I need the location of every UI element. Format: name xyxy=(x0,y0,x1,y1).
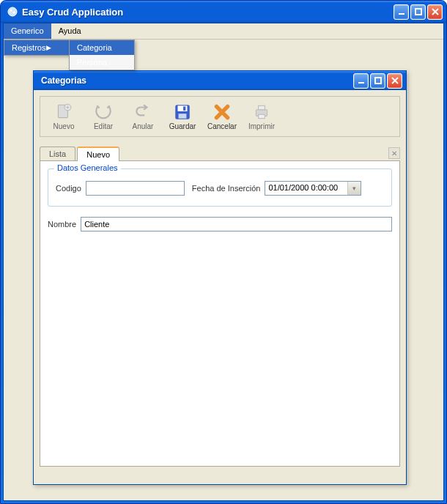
minimize-button[interactable] xyxy=(394,4,409,20)
app-title: Easy Crud Application xyxy=(22,7,394,18)
svg-point-1 xyxy=(10,10,12,12)
fieldset-datos-generales: Datos Generales Codigo Fecha de Inserció… xyxy=(48,168,392,207)
codigo-input[interactable] xyxy=(86,181,185,196)
tabpage-nuevo: Datos Generales Codigo Fecha de Inserció… xyxy=(40,160,400,467)
svg-rect-5 xyxy=(358,82,364,84)
codigo-label: Codigo xyxy=(56,184,81,193)
svg-rect-10 xyxy=(178,105,188,111)
svg-rect-3 xyxy=(399,13,404,15)
submenu-categoria-label: Categoria xyxy=(77,43,112,52)
menu-registros[interactable]: Registros ▶ Categoria Persona xyxy=(4,40,69,55)
main-window-buttons xyxy=(394,4,443,20)
fieldset-legend: Datos Generales xyxy=(54,163,121,172)
undo-icon xyxy=(133,103,152,122)
toolbar-anular[interactable]: Anular xyxy=(125,103,160,130)
main-titlebar[interactable]: Easy Crud Application xyxy=(1,1,446,23)
child-maximize-button[interactable] xyxy=(370,73,385,89)
svg-point-0 xyxy=(8,7,17,16)
toolbar-editar[interactable]: Editar xyxy=(86,103,121,130)
submenu-categoria[interactable]: Categoria xyxy=(70,40,134,55)
new-icon xyxy=(54,103,73,122)
chevron-down-icon[interactable]: ▾ xyxy=(347,182,361,195)
toolbar-guardar-label: Guardar xyxy=(169,122,196,130)
tab-close-button[interactable]: ✕ xyxy=(388,147,400,159)
svg-rect-11 xyxy=(179,114,187,119)
svg-rect-6 xyxy=(375,78,381,84)
submenu-persona[interactable]: Persona xyxy=(70,55,134,70)
save-icon xyxy=(173,103,192,122)
close-button[interactable] xyxy=(427,4,443,20)
svg-rect-4 xyxy=(415,9,421,15)
toolbar-guardar[interactable]: Guardar xyxy=(165,103,200,130)
toolbar-cancelar[interactable]: Cancelar xyxy=(204,103,240,130)
toolbar: Nuevo Editar Anular xyxy=(40,96,400,137)
tabstrip: Lista Nuevo ✕ xyxy=(40,144,400,160)
child-title: Categorias xyxy=(41,75,353,86)
tab-nuevo[interactable]: Nuevo xyxy=(77,147,119,161)
child-window-categorias: Categorias Nuevo xyxy=(33,70,407,485)
toolbar-imprimir[interactable]: Imprimir xyxy=(244,103,279,130)
fecha-datetimepicker[interactable]: 01/01/2000 0:00:00 ▾ xyxy=(265,181,361,196)
child-window-buttons xyxy=(353,73,402,89)
cancel-icon xyxy=(213,103,232,122)
app-icon xyxy=(7,6,18,18)
tab-lista[interactable]: Lista xyxy=(40,147,75,160)
nombre-input[interactable] xyxy=(81,217,392,231)
menu-generico[interactable]: Generico xyxy=(4,23,51,39)
child-body: Nuevo Editar Anular xyxy=(40,96,400,478)
child-minimize-button[interactable] xyxy=(353,73,369,89)
menubar: Generico Ayuda Registros ▶ Categoria Per… xyxy=(4,23,443,40)
toolbar-nuevo-label: Nuevo xyxy=(53,122,75,130)
edit-icon xyxy=(94,103,113,122)
toolbar-editar-label: Editar xyxy=(94,122,113,130)
menu-registros-label: Registros xyxy=(12,43,45,52)
child-close-button[interactable] xyxy=(387,73,402,89)
chevron-right-icon: ▶ xyxy=(46,44,51,51)
svg-rect-14 xyxy=(259,105,265,109)
main-window: Easy Crud Application Generico Ayuda Reg… xyxy=(0,0,447,504)
menu-generico-dropdown: Registros ▶ Categoria Persona xyxy=(4,40,70,56)
child-titlebar[interactable]: Categorias xyxy=(34,71,406,90)
client-area: Generico Ayuda Registros ▶ Categoria Per… xyxy=(3,23,444,501)
menu-ayuda[interactable]: Ayuda xyxy=(51,23,89,39)
toolbar-cancelar-label: Cancelar xyxy=(207,122,237,130)
toolbar-nuevo[interactable]: Nuevo xyxy=(46,103,81,130)
fecha-value: 01/01/2000 0:00:00 xyxy=(265,182,347,195)
toolbar-anular-label: Anular xyxy=(133,122,154,130)
nombre-label: Nombre xyxy=(48,220,76,229)
print-icon xyxy=(252,103,271,122)
fecha-label: Fecha de Inserción xyxy=(192,184,261,193)
nombre-row: Nombre xyxy=(48,217,392,231)
submenu-persona-label: Persona xyxy=(77,58,107,67)
svg-rect-15 xyxy=(259,114,265,118)
svg-rect-12 xyxy=(183,106,185,110)
maximize-button[interactable] xyxy=(410,4,426,20)
toolbar-imprimir-label: Imprimir xyxy=(248,122,275,130)
submenu-registros: Categoria Persona xyxy=(69,40,135,70)
svg-point-2 xyxy=(13,12,15,14)
